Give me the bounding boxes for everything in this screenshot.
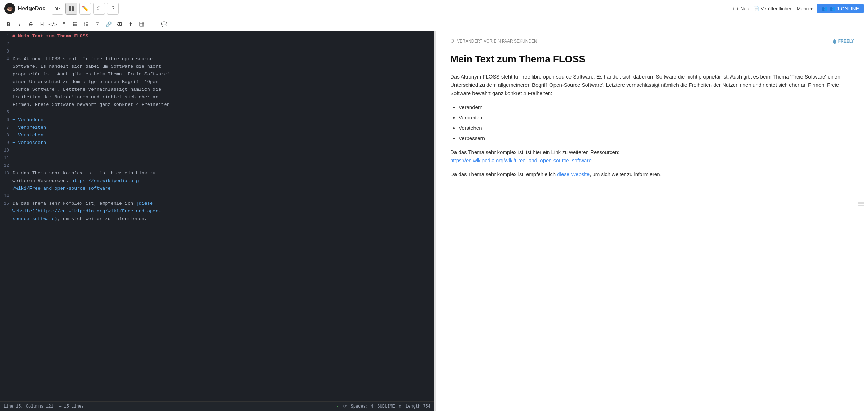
ol-button[interactable]: 1.2.3. (81, 19, 91, 29)
svg-point-4 (73, 24, 74, 25)
preview-list: Verändern Verbreiten Verstehen Verbesser… (459, 103, 854, 143)
users-icon: 👥 (822, 6, 827, 11)
list-item: Verbreiten (459, 113, 854, 122)
svg-point-6 (73, 25, 74, 26)
editor-line: 5 (0, 109, 434, 116)
editor-line: 10 (0, 147, 434, 154)
editor-line: 9 + Verbessern (0, 139, 434, 147)
editor-line: 3 (0, 48, 434, 55)
comment-button[interactable]: 💬 (159, 19, 169, 29)
svg-text:3.: 3. (84, 25, 85, 27)
editor-line: 11 (0, 154, 434, 162)
app-name: HedgeDoc (18, 6, 45, 12)
length-label: Length 754 (406, 404, 431, 409)
preview-paragraph3: Da das Thema sehr komplex ist, empfehle … (450, 170, 854, 179)
hr-button[interactable]: — (148, 19, 158, 29)
editor-line: 12 (0, 162, 434, 170)
editor-line: 2 (0, 40, 434, 48)
preview-panel[interactable]: ⏱ VERÄNDERT VOR EIN PAAR SEKUNDEN FREELY… (436, 31, 868, 411)
new-icon: + (732, 6, 735, 11)
editor-line: 14 (0, 192, 434, 200)
upload-button[interactable]: ⬆ (125, 19, 136, 29)
statusbar-right: ✓ ⟳ Spaces: 4 SUBLIME ⚙ Length 754 (336, 404, 431, 409)
publish-button[interactable]: 📄 Veröffentlichen (753, 6, 792, 11)
code-button[interactable]: </> (48, 19, 58, 29)
edit-btn[interactable]: ✏️ (79, 3, 91, 15)
nav-right: + + Neu 📄 Veröffentlichen Menü ▾ 👥 👥 1 O… (732, 4, 864, 13)
editor-statusbar: Line 15, Columns 121 — 15 Lines ✓ ⟳ Spac… (0, 401, 434, 411)
table-button[interactable] (136, 19, 147, 29)
list-item: Verbessern (459, 134, 854, 143)
editor-line: 7 + Verbreiten (0, 124, 434, 131)
settings-icon: ⚙ (399, 404, 401, 409)
list-item: Verstehen (459, 124, 854, 132)
ul-button[interactable] (70, 19, 80, 29)
svg-rect-0 (69, 6, 71, 11)
view-btn[interactable]: 👁 (52, 3, 63, 15)
svg-rect-1 (72, 6, 74, 11)
editor-toolbar: B I S H </> " 1.2.3. ☑ 🔗 🖼 ⬆ — 💬 (0, 17, 868, 31)
editor-line: 8 + Verstehen (0, 131, 434, 139)
publish-icon: 📄 (753, 6, 759, 11)
freely-badge: FREELY (833, 38, 854, 45)
image-button[interactable]: 🖼 (114, 19, 125, 29)
task-button[interactable]: ☑ (92, 19, 103, 29)
preview-title: Mein Text zum Thema FLOSS (450, 52, 854, 67)
editor-line: 1 # Mein Text zum Thema FLOSS (0, 33, 434, 40)
logo-icon: 🦔 (4, 3, 15, 14)
saved-icon: ✓ (336, 404, 339, 409)
updated-text: ⏱ VERÄNDERT VOR EIN PAAR SEKUNDEN (450, 38, 537, 45)
split-btn[interactable] (65, 3, 77, 15)
editor-line: 13 Da das Thema sehr komplex ist, ist hi… (0, 170, 434, 192)
menu-button[interactable]: Menü ▾ (797, 6, 813, 11)
main-area: 1 # Mein Text zum Thema FLOSS 2 3 4 Das … (0, 31, 868, 411)
editor-line: 4 Das Akronym FLOSS steht für free libre… (0, 55, 434, 109)
strikethrough-button[interactable]: S (26, 19, 36, 29)
preview-link2[interactable]: diese Website (557, 171, 590, 177)
editor-panel[interactable]: 1 # Mein Text zum Thema FLOSS 2 3 4 Das … (0, 31, 434, 411)
svg-rect-14 (140, 22, 144, 26)
preview-paragraph1: Das Akronym FLOSS steht für free libre o… (450, 73, 854, 98)
editor-line: 6 + Verändern (0, 116, 434, 124)
heading-button[interactable]: H (37, 19, 47, 29)
italic-button[interactable]: I (15, 19, 25, 29)
line-count: — 15 Lines (59, 404, 84, 409)
editor-line: 15 Da das Thema sehr komplex ist, empfeh… (0, 200, 434, 223)
preview-paragraph2: Da das Thema sehr komplex ist, ist hier … (450, 148, 854, 165)
spaces-label: Spaces: 4 (351, 404, 373, 409)
new-button[interactable]: + + Neu (732, 6, 749, 11)
editor-content[interactable]: 1 # Mein Text zum Thema FLOSS 2 3 4 Das … (0, 31, 434, 401)
refresh-icon: ⟳ (343, 404, 347, 409)
link-button[interactable]: 🔗 (103, 19, 114, 29)
svg-point-2 (73, 22, 74, 23)
list-item: Verändern (459, 103, 854, 111)
scroll-indicator (858, 202, 865, 206)
dark-btn[interactable]: ☾ (93, 3, 105, 15)
online-button[interactable]: 👥 👥 1 ONLINE (817, 4, 864, 13)
top-navigation: 🦔 HedgeDoc 👁 ✏️ ☾ ? + + Neu 📄 Veröffentl… (0, 0, 868, 17)
help-btn[interactable]: ? (107, 3, 119, 15)
logo-area: 🦔 HedgeDoc (4, 3, 45, 14)
quote-button[interactable]: " (59, 19, 69, 29)
bold-button[interactable]: B (3, 19, 14, 29)
preview-link1[interactable]: https://en.wikipedia.org/wiki/Free_and_o… (450, 157, 592, 163)
cursor-position: Line 15, Columns 121 (3, 404, 53, 409)
preview-topbar: ⏱ VERÄNDERT VOR EIN PAAR SEKUNDEN FREELY (450, 38, 854, 45)
mode-label: SUBLIME (377, 404, 395, 409)
